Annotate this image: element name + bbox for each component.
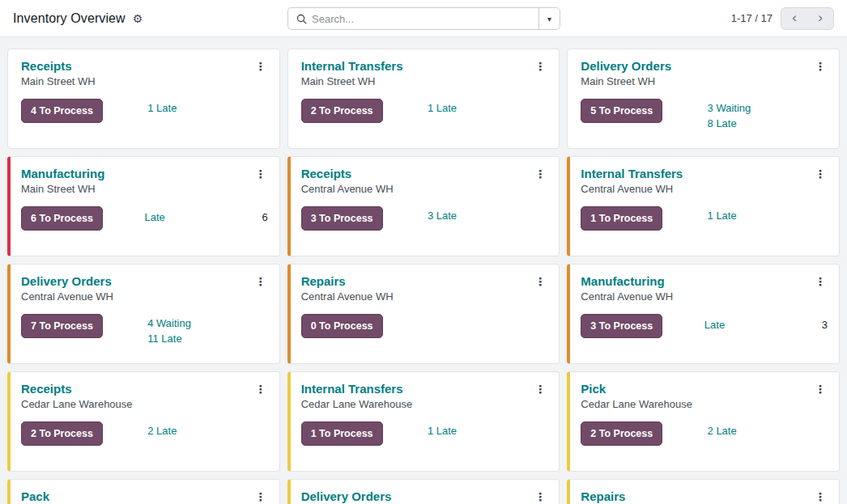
- to-process-button[interactable]: 4 To Process: [21, 99, 103, 123]
- warehouse-name: Central Avenue WH: [301, 290, 548, 303]
- to-process-button[interactable]: 7 To Process: [21, 314, 103, 338]
- operation-type-link[interactable]: Delivery Orders: [581, 59, 671, 73]
- operation-type-link[interactable]: Internal Transfers: [581, 167, 683, 180]
- card-header: Receipts ⋮: [21, 59, 268, 73]
- to-process-button[interactable]: 3 To Process: [581, 314, 662, 338]
- page-title: Inventory Overview: [13, 11, 126, 26]
- kebab-menu-icon[interactable]: ⋮: [250, 274, 268, 287]
- operation-type-link[interactable]: Pack: [21, 489, 49, 503]
- status-link[interactable]: 1 Late: [428, 103, 547, 115]
- kebab-menu-icon[interactable]: ⋮: [810, 274, 828, 287]
- card-header: Internal Transfers ⋮: [581, 167, 828, 180]
- control-panel: Inventory Overview ⚙ ▾ 1-17 / 17 ‹ ›: [0, 0, 847, 37]
- kanban-card: Receipts ⋮ Central Avenue WH 3 To Proces…: [287, 156, 560, 256]
- search-icon: [288, 8, 312, 29]
- kanban-card: Internal Transfers ⋮ Central Avenue WH 1…: [567, 156, 840, 256]
- search-dropdown-caret-icon[interactable]: ▾: [538, 8, 560, 29]
- pager-next-icon[interactable]: ›: [807, 8, 833, 29]
- operation-type-link[interactable]: Internal Transfers: [301, 382, 403, 396]
- late-count: 6: [262, 206, 267, 223]
- status-link[interactable]: 1 Late: [428, 426, 547, 438]
- operation-type-link[interactable]: Manufacturing: [21, 167, 104, 180]
- to-process-button[interactable]: 2 To Process: [301, 99, 383, 123]
- kanban-card: Delivery Orders ⋮ Main Street WH 5 To Pr…: [567, 49, 840, 149]
- kebab-menu-icon[interactable]: ⋮: [530, 59, 547, 72]
- search-bar: ▾: [287, 7, 560, 30]
- operation-type-link[interactable]: Repairs: [301, 274, 346, 288]
- status-link[interactable]: 3 Late: [428, 210, 547, 222]
- status-link[interactable]: 2 Late: [708, 426, 828, 438]
- kebab-menu-icon[interactable]: ⋮: [530, 274, 547, 287]
- card-body: 4 To Process 1 Late: [21, 99, 268, 123]
- card-body: 2 To Process 2 Late: [21, 421, 268, 446]
- late-label-link[interactable]: Late: [145, 206, 262, 223]
- warehouse-name: Central Avenue WH: [301, 183, 548, 195]
- search-input[interactable]: [312, 8, 538, 29]
- kanban-card: Internal Transfers ⋮ Main Street WH 2 To…: [287, 49, 560, 149]
- card-header: Pack ⋮: [21, 489, 268, 503]
- to-process-button[interactable]: 3 To Process: [301, 206, 383, 231]
- status-links: 2 Late: [147, 421, 267, 438]
- card-body: 1 To Process 1 Late: [301, 421, 548, 446]
- card-header: Pick ⋮: [581, 382, 828, 396]
- to-process-button[interactable]: 5 To Process: [581, 99, 662, 123]
- status-link[interactable]: 8 Late: [708, 118, 828, 130]
- status-link[interactable]: 3 Waiting: [708, 103, 828, 115]
- status-link[interactable]: 1 Late: [147, 103, 267, 115]
- card-body: 3 To Process 3 Late: [301, 206, 548, 231]
- late-count: 3: [822, 314, 828, 331]
- status-links: 2 Late: [708, 421, 828, 438]
- card-body: 6 To Process Late 6: [21, 206, 268, 231]
- operation-type-link[interactable]: Receipts: [21, 382, 72, 396]
- to-process-button[interactable]: 2 To Process: [581, 421, 662, 446]
- warehouse-name: Cedar Lane Warehouse: [21, 398, 268, 410]
- kebab-menu-icon[interactable]: ⋮: [810, 167, 828, 180]
- status-link[interactable]: 4 Waiting: [147, 318, 267, 330]
- kebab-menu-icon[interactable]: ⋮: [810, 382, 828, 395]
- kanban-card: Pick ⋮ Cedar Lane Warehouse 2 To Process…: [567, 371, 840, 472]
- operation-type-link[interactable]: Repairs: [581, 489, 625, 503]
- kanban-card: Repairs ⋮: [567, 479, 840, 504]
- operation-type-link[interactable]: Delivery Orders: [21, 274, 112, 288]
- to-process-button[interactable]: 0 To Process: [301, 314, 383, 338]
- warehouse-name: Main Street WH: [301, 75, 548, 87]
- card-header: Repairs ⋮: [301, 274, 548, 288]
- kebab-menu-icon[interactable]: ⋮: [250, 59, 268, 72]
- to-process-button[interactable]: 2 To Process: [21, 421, 103, 446]
- kanban-card: Receipts ⋮ Main Street WH 4 To Process 1…: [7, 49, 280, 149]
- kebab-menu-icon[interactable]: ⋮: [250, 167, 268, 180]
- kebab-menu-icon[interactable]: ⋮: [250, 489, 268, 502]
- kebab-menu-icon[interactable]: ⋮: [810, 59, 828, 72]
- operation-type-link[interactable]: Pick: [581, 382, 606, 396]
- operation-type-link[interactable]: Internal Transfers: [301, 59, 403, 73]
- kebab-menu-icon[interactable]: ⋮: [530, 489, 547, 502]
- status-links: 4 Waiting11 Late: [147, 314, 267, 345]
- operation-type-link[interactable]: Manufacturing: [581, 274, 664, 288]
- warehouse-name: Cedar Lane Warehouse: [581, 398, 828, 410]
- card-header: Receipts ⋮: [301, 167, 548, 180]
- to-process-button[interactable]: 1 To Process: [581, 206, 662, 231]
- status-link[interactable]: 2 Late: [147, 426, 267, 438]
- operation-type-link[interactable]: Delivery Orders: [301, 489, 392, 503]
- operation-type-link[interactable]: Receipts: [21, 59, 72, 73]
- kebab-menu-icon[interactable]: ⋮: [810, 489, 828, 502]
- kebab-menu-icon[interactable]: ⋮: [530, 382, 547, 395]
- to-process-button[interactable]: 6 To Process: [21, 206, 103, 231]
- to-process-button[interactable]: 1 To Process: [301, 421, 383, 446]
- warehouse-name: Main Street WH: [21, 183, 268, 195]
- status-link[interactable]: 11 Late: [147, 333, 267, 345]
- status-links: 1 Late: [708, 206, 828, 222]
- status-links: [428, 314, 547, 318]
- pager-prev-icon[interactable]: ‹: [781, 8, 807, 29]
- card-body: 3 To Process Late 3: [581, 314, 828, 338]
- status-link[interactable]: 1 Late: [708, 210, 828, 222]
- late-label-link[interactable]: Late: [704, 314, 822, 331]
- status-links: 3 Late: [428, 206, 547, 222]
- gear-icon[interactable]: ⚙: [133, 12, 143, 24]
- kanban-card: Receipts ⋮ Cedar Lane Warehouse 2 To Pro…: [7, 371, 280, 472]
- warehouse-name: Central Avenue WH: [21, 290, 268, 303]
- card-header: Delivery Orders ⋮: [581, 59, 828, 73]
- kebab-menu-icon[interactable]: ⋮: [250, 382, 268, 395]
- operation-type-link[interactable]: Receipts: [301, 167, 352, 180]
- kebab-menu-icon[interactable]: ⋮: [530, 167, 547, 180]
